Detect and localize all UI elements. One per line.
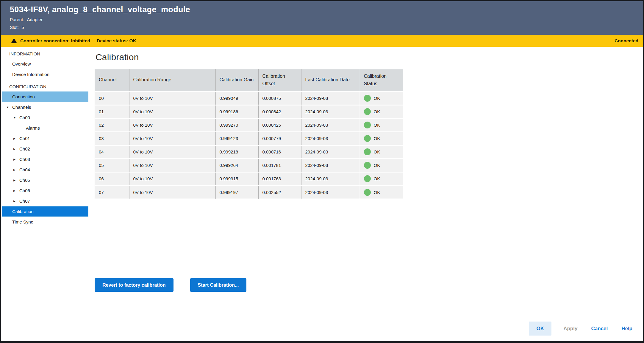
sidebar-section-configuration: CONFIGURATION — [1, 83, 92, 90]
cell-gain: 0.999197 — [215, 185, 258, 199]
sidebar-item-ch00[interactable]: ▼ Ch00 — [1, 112, 92, 123]
chevron-down-icon[interactable]: ▼ — [13, 116, 17, 119]
cell-channel: 03 — [95, 132, 129, 145]
cell-status: OK — [360, 145, 403, 159]
cell-channel: 05 — [95, 159, 129, 172]
chevron-right-icon[interactable]: ▶ — [13, 200, 17, 203]
chevron-right-icon[interactable]: ▶ — [13, 189, 17, 192]
cell-gain: 0.999315 — [215, 172, 258, 185]
status-ok-icon — [364, 175, 371, 182]
chevron-right-icon[interactable]: ▶ — [13, 179, 17, 182]
cell-channel: 00 — [95, 91, 129, 105]
cell-status: OK — [360, 185, 403, 199]
calibration-actions: Revert to factory calibration Start Cali… — [95, 278, 643, 292]
table-row: 04 0V to 10V 0.999218 0.000716 2024-09-0… — [95, 145, 403, 159]
cell-date: 2024-09-03 — [301, 91, 360, 105]
titlebar: 5034-IF8V, analog_8_channel_voltage_modu… — [1, 1, 643, 35]
sidebar-item-connection[interactable]: Connection — [2, 91, 88, 102]
sidebar-item-ch01[interactable]: ▶ Ch01 — [1, 133, 92, 144]
sidebar-item-ch03[interactable]: ▶ Ch03 — [1, 154, 92, 164]
table-row: 00 0V to 10V 0.999049 0.000875 2024-09-0… — [95, 91, 403, 105]
sidebar-item-label: Channels — [12, 105, 31, 110]
col-header-calibration-gain: Calibration Gain — [215, 69, 258, 91]
sidebar-item-ch02[interactable]: ▶ Ch02 — [1, 144, 92, 154]
cell-date: 2024-09-03 — [301, 145, 360, 159]
sidebar-item-channels[interactable]: ▼ Channels — [1, 102, 92, 112]
cell-range: 0V to 10V — [129, 105, 215, 118]
cell-gain: 0.999218 — [215, 145, 258, 159]
sidebar-item-label: Ch03 — [19, 157, 30, 162]
start-calibration-button[interactable]: Start Calibration... — [190, 278, 247, 292]
cell-channel: 06 — [95, 172, 129, 185]
status-ok-icon — [364, 135, 371, 142]
cell-channel: 02 — [95, 118, 129, 132]
cell-gain: 0.999049 — [215, 91, 258, 105]
cell-offset: 0.001781 — [258, 159, 301, 172]
col-header-calibration-status: Calibration Status — [360, 69, 403, 91]
cell-offset: 0.000425 — [258, 118, 301, 132]
slot-value: 5 — [21, 25, 24, 30]
parent-label: Parent: — [10, 17, 24, 22]
page-title: 5034-IF8V, analog_8_channel_voltage_modu… — [10, 5, 643, 14]
status-ok-icon — [364, 162, 371, 169]
calibration-table-wrap: Channel Calibration Range Calibration Ga… — [95, 69, 403, 199]
status-ok-icon — [364, 148, 371, 155]
cell-status: OK — [360, 159, 403, 172]
cell-date: 2024-09-03 — [301, 185, 360, 199]
chevron-right-icon[interactable]: ▶ — [13, 168, 17, 171]
table-row: 07 0V to 10V 0.999197 0.002552 2024-09-0… — [95, 185, 403, 199]
cell-offset: 0.001763 — [258, 172, 301, 185]
device-status: Device status: OK — [97, 38, 136, 44]
cell-status: OK — [360, 91, 403, 105]
chevron-right-icon[interactable]: ▶ — [13, 158, 17, 161]
status-ok-icon — [364, 95, 371, 102]
chevron-right-icon[interactable]: ▶ — [13, 148, 17, 150]
cell-status: OK — [360, 132, 403, 145]
sidebar-item-label: Ch00 — [19, 115, 30, 120]
table-row: 01 0V to 10V 0.999186 0.000842 2024-09-0… — [95, 105, 403, 118]
sidebar-item-ch07[interactable]: ▶ Ch07 — [1, 196, 92, 206]
sidebar-item-ch06[interactable]: ▶ Ch06 — [1, 185, 92, 196]
cell-gain: 0.999270 — [215, 118, 258, 132]
chevron-down-icon[interactable]: ▼ — [6, 106, 10, 109]
col-header-channel: Channel — [95, 69, 129, 91]
cancel-button[interactable]: Cancel — [589, 326, 609, 332]
sidebar-item-ch05[interactable]: ▶ Ch05 — [1, 175, 92, 185]
cell-range: 0V to 10V — [129, 91, 215, 105]
revert-factory-calibration-button[interactable]: Revert to factory calibration — [95, 278, 173, 292]
slot-line: Slot:5 — [10, 25, 643, 30]
sidebar-item-alarms[interactable]: Alarms — [1, 123, 92, 133]
cell-range: 0V to 10V — [129, 145, 215, 159]
cell-range: 0V to 10V — [129, 172, 215, 185]
sidebar-item-device-information[interactable]: Device Information — [1, 69, 92, 80]
cell-range: 0V to 10V — [129, 159, 215, 172]
sidebar-item-time-sync[interactable]: Time Sync — [1, 217, 92, 227]
status-label: OK — [374, 109, 380, 114]
chevron-right-icon[interactable]: ▶ — [13, 137, 17, 140]
sidebar-item-calibration[interactable]: Calibration — [2, 206, 88, 217]
cell-date: 2024-09-03 — [301, 118, 360, 132]
apply-button[interactable]: Apply — [562, 326, 579, 332]
cell-channel: 07 — [95, 185, 129, 199]
cell-gain: 0.999264 — [215, 159, 258, 172]
cell-range: 0V to 10V — [129, 118, 215, 132]
col-header-last-calibration-date: Last Calibration Date — [301, 69, 360, 91]
col-header-calibration-offset: Calibration Offset — [258, 69, 301, 91]
parent-value: Adapter — [27, 17, 43, 22]
slot-label: Slot: — [10, 25, 19, 30]
cell-status: OK — [360, 172, 403, 185]
cell-gain: 0.999123 — [215, 132, 258, 145]
module-config-window: 5034-IF8V, analog_8_channel_voltage_modu… — [0, 0, 644, 343]
cell-range: 0V to 10V — [129, 185, 215, 199]
cell-offset: 0.002552 — [258, 185, 301, 199]
help-button[interactable]: Help — [620, 326, 634, 332]
status-ok-icon — [364, 122, 371, 128]
dialog-footer: OK Apply Cancel Help — [1, 316, 643, 341]
status-label: OK — [374, 96, 380, 101]
cell-date: 2024-09-03 — [301, 132, 360, 145]
sidebar-item-ch04[interactable]: ▶ Ch04 — [1, 164, 92, 175]
ok-button[interactable]: OK — [529, 322, 551, 336]
sidebar-item-label: Ch01 — [19, 136, 30, 141]
controller-connection-status: Controller connection: Inhibited — [20, 38, 90, 44]
sidebar-item-overview[interactable]: Overview — [1, 59, 92, 69]
